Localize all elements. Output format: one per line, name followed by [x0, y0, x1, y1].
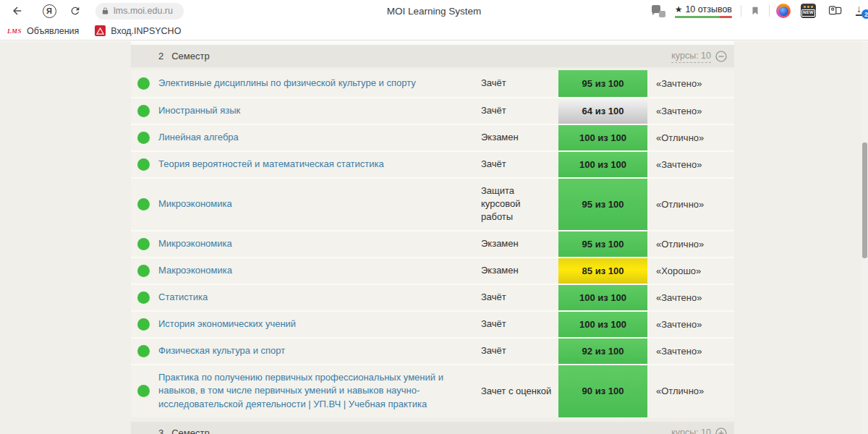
reviews-count-label: 10 отзывов: [685, 4, 732, 14]
rating-bar-positive: [675, 16, 720, 18]
bookmark-label: Объявления: [27, 26, 79, 36]
rating-bar: [675, 16, 732, 18]
courses-count-label: курсы: 10: [671, 426, 711, 434]
toolbar-divider: [769, 5, 770, 17]
tag-icon: [828, 4, 843, 17]
semester-3-header: 3 Семестр курсы: 10: [131, 422, 734, 434]
star-icon: ★: [675, 4, 683, 14]
course-status-dot-icon: [137, 198, 150, 210]
semester-section: 2 Семестр курсы: 10 Элективные дисциплин…: [131, 45, 734, 434]
course-status-dot-icon: [137, 238, 150, 250]
yandex-logo-icon: Я: [43, 4, 56, 18]
control-type-label: Экзамен: [481, 258, 558, 284]
semester-2-header: 2 Семестр курсы: 10: [131, 45, 734, 67]
course-link[interactable]: Микроэкономика: [158, 197, 232, 211]
download-arrow-icon: ↓: [856, 3, 861, 14]
scrollbar-thumb[interactable]: [862, 142, 867, 258]
bookmark-flag-button[interactable]: [748, 4, 762, 17]
table-row: Микроэкономика Защита курсовой работы 95…: [131, 177, 734, 230]
table-row: Микроэкономика Экзамен 95 из 100 «Отличн…: [131, 230, 734, 257]
rating-bar-negative: [720, 16, 732, 18]
control-type-label: Зачет с оценкой: [481, 365, 558, 418]
refresh-button[interactable]: [65, 1, 85, 21]
course-link[interactable]: Макроэкономика: [158, 264, 232, 278]
course-link[interactable]: Линейная алгебра: [158, 131, 239, 145]
control-type-label: Экзамен: [481, 231, 558, 257]
table-row: Статистика Зачёт 100 из 100 «Зачтено»: [131, 284, 734, 310]
url-text: lms.moi.edu.ru: [114, 6, 173, 16]
grade-label: «Зачтено»: [647, 70, 734, 97]
course-link[interactable]: Микроэкономика: [158, 237, 232, 251]
course-status-dot-icon: [137, 265, 150, 277]
grade-label: «Отлично»: [647, 365, 734, 418]
course-link[interactable]: Иностранный язык: [158, 104, 240, 118]
bookmark-icon: [750, 5, 760, 17]
score-badge: 90 из 100: [558, 365, 647, 418]
grade-label: «Отлично»: [647, 231, 734, 257]
downloads-count-badge: 2: [861, 9, 868, 19]
grade-label: «Зачтено»: [647, 285, 734, 310]
score-badge: 92 из 100: [558, 339, 647, 364]
grade-label: «Зачтено»: [647, 339, 734, 364]
grade-label: «Отлично»: [647, 179, 734, 230]
table-row: Линейная алгебра Экзамен 100 из 100 «Отл…: [131, 124, 734, 150]
page-scrollbar[interactable]: [861, 41, 868, 434]
course-link[interactable]: Статистика: [158, 291, 208, 305]
course-link[interactable]: Теория вероятностей и математическая ста…: [158, 158, 384, 171]
semester-2-collapse-control[interactable]: курсы: 10: [671, 49, 727, 64]
score-badge: 64 из 100: [558, 98, 647, 124]
course-table-body: Элективные дисциплины по физической куль…: [131, 70, 734, 417]
control-type-label: Зачёт: [481, 70, 558, 97]
control-type-label: Защита курсовой работы: [481, 179, 558, 230]
course-link[interactable]: Практика по получению первичных професси…: [158, 371, 462, 412]
bookmark-inpsycho[interactable]: Вход.INPSYCHO: [95, 25, 181, 36]
table-row: Физическая культура и спорт Зачёт 92 из …: [131, 337, 734, 364]
control-type-label: Зачёт: [481, 285, 558, 310]
yandex-button[interactable]: Я: [39, 1, 59, 21]
back-button[interactable]: [7, 1, 27, 21]
course-status-dot-icon: [137, 292, 150, 304]
address-bar[interactable]: lms.moi.edu.ru: [95, 3, 184, 20]
bookmark-announcements[interactable]: LMS Объявления: [7, 26, 79, 36]
extension-new-icon[interactable]: NEW: [801, 4, 816, 18]
score-badge: 100 из 100: [558, 285, 647, 310]
downloads-button[interactable]: ↓ 2: [855, 3, 868, 19]
course-link[interactable]: История экономических учений: [158, 318, 296, 331]
extension-color-circle-icon[interactable]: [776, 4, 791, 18]
new-badge: NEW: [801, 9, 815, 17]
grade-label: «Хорошо»: [647, 258, 734, 284]
semester-title: Семестр: [171, 427, 209, 434]
toolbar-divider: [741, 5, 741, 17]
table-row: Теория вероятностей и математическая ста…: [131, 150, 734, 177]
extension-dots: [804, 6, 813, 8]
expand-plus-icon[interactable]: [715, 427, 727, 434]
collapse-minus-icon[interactable]: [715, 51, 727, 62]
extension-inner-circle: [779, 7, 788, 16]
site-reviews-widget[interactable]: ★ 10 отзывов: [675, 4, 732, 18]
course-status-dot-icon: [137, 158, 150, 171]
score-badge: 100 из 100: [558, 312, 647, 337]
lms-favicon-icon: LMS: [7, 27, 22, 35]
control-type-label: Зачёт: [481, 312, 558, 337]
course-status-dot-icon: [137, 318, 150, 331]
score-badge: 95 из 100: [558, 231, 647, 257]
course-status-dot-icon: [137, 105, 150, 117]
messenger-icon[interactable]: [652, 5, 666, 17]
table-row: Практика по получению первичных професси…: [131, 364, 734, 418]
course-status-dot-icon: [137, 385, 150, 397]
semester-3-expand-control[interactable]: курсы: 10: [671, 426, 727, 434]
score-badge: 95 из 100: [558, 70, 647, 97]
course-status-dot-icon: [137, 132, 150, 144]
course-link[interactable]: Физическая культура и спорт: [158, 344, 285, 358]
control-type-label: Зачёт: [481, 98, 558, 124]
lms-page: 2 Семестр курсы: 10 Элективные дисциплин…: [0, 41, 868, 434]
back-arrow-icon: [11, 4, 24, 17]
browser-toolbar: Я lms.moi.edu.ru MOI Learning System ★ 1…: [0, 0, 868, 22]
refresh-icon: [69, 5, 81, 17]
control-type-label: Зачёт: [481, 152, 558, 177]
speech-bubble-small-icon: [659, 11, 665, 17]
bookmark-label: Вход.INPSYCHO: [111, 26, 181, 36]
extension-tag-button[interactable]: [827, 4, 843, 18]
bookmarks-bar: LMS Объявления Вход.INPSYCHO: [0, 22, 868, 41]
course-link[interactable]: Элективные дисциплины по физической куль…: [158, 77, 416, 90]
